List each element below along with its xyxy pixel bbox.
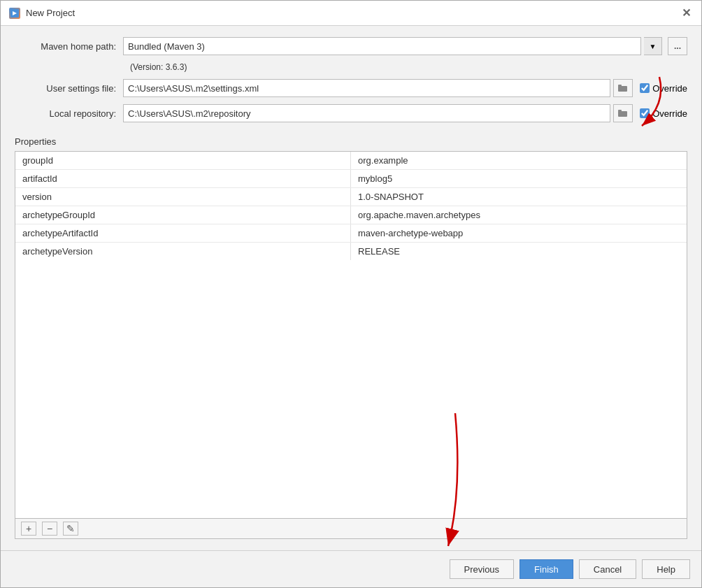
dialog-title: New Project (26, 8, 75, 18)
previous-button[interactable]: Previous (450, 559, 515, 579)
maven-home-dropdown-arrow[interactable]: ▼ (644, 37, 662, 55)
prop-key-artifactid: artifactId (15, 170, 351, 187)
maven-home-label: Maven home path: (15, 41, 123, 52)
dialog-content: Maven home path: Bundled (Maven 3) ▼ ...… (1, 26, 701, 550)
close-button[interactable]: ✕ (679, 6, 693, 20)
user-settings-label: User settings file: (15, 83, 123, 94)
app-icon (9, 8, 20, 19)
local-repo-browse-button[interactable] (613, 104, 633, 122)
svg-rect-2 (618, 86, 627, 92)
prop-val-archetypegroupid: org.apache.maven.archetypes (351, 206, 687, 224)
prop-val-archetypeversion: RELEASE (351, 243, 687, 260)
prop-key-archetypeartifactid: archetypeArtifactId (15, 224, 351, 242)
maven-home-value: Bundled (Maven 3) (128, 41, 205, 52)
prop-key-groupid: groupId (15, 152, 351, 169)
table-row: artifactId myblog5 (15, 170, 687, 188)
table-row: version 1.0-SNAPSHOT (15, 188, 687, 206)
prop-val-artifactid: myblog5 (351, 170, 687, 187)
cancel-button[interactable]: Cancel (579, 559, 636, 579)
properties-toolbar: + − ✎ (15, 519, 687, 539)
prop-key-archetypegroupid: archetypeGroupId (15, 206, 351, 224)
local-repo-input-row: Override (123, 104, 687, 122)
local-repo-override-checkbox[interactable] (640, 108, 650, 118)
svg-rect-3 (618, 85, 622, 87)
user-settings-browse-button[interactable] (613, 79, 633, 97)
svg-rect-5 (618, 110, 622, 112)
maven-home-combo[interactable]: Bundled (Maven 3) (123, 37, 641, 55)
local-repo-label: Local repository: (15, 108, 123, 119)
prop-val-groupid: org.example (351, 152, 687, 169)
maven-home-input-row: Bundled (Maven 3) ▼ ... (123, 37, 687, 55)
edit-property-button[interactable]: ✎ (63, 522, 78, 536)
local-repo-override: Override (640, 108, 687, 119)
maven-home-row: Maven home path: Bundled (Maven 3) ▼ ... (15, 37, 687, 55)
properties-table: groupId org.example artifactId myblog5 v… (15, 151, 687, 519)
svg-rect-4 (618, 111, 627, 117)
user-settings-override: Override (640, 83, 687, 94)
prop-key-version: version (15, 188, 351, 206)
maven-version-text: (Version: 3.6.3) (130, 62, 687, 72)
title-bar-left: New Project (9, 8, 75, 19)
prop-val-archetypeartifactid: maven-archetype-webapp (351, 224, 687, 242)
user-settings-override-checkbox[interactable] (640, 83, 650, 93)
table-row: groupId org.example (15, 152, 687, 170)
dialog-footer: Previous Finish Cancel Help (1, 550, 701, 587)
local-repo-override-label: Override (652, 108, 687, 119)
properties-section: Properties groupId org.example artifactI… (15, 136, 687, 539)
remove-property-button[interactable]: − (42, 522, 57, 536)
add-property-button[interactable]: + (21, 522, 36, 536)
finish-button[interactable]: Finish (520, 559, 573, 579)
prop-val-version: 1.0-SNAPSHOT (351, 188, 687, 206)
table-row: archetypeArtifactId maven-archetype-weba… (15, 224, 687, 243)
maven-home-more-button[interactable]: ... (668, 37, 687, 55)
help-button[interactable]: Help (642, 559, 690, 579)
user-settings-input[interactable] (123, 79, 610, 97)
user-settings-row: User settings file: Override (15, 79, 687, 97)
local-repo-row: Local repository: Override (15, 104, 687, 122)
user-settings-input-row: Override (123, 79, 687, 97)
table-row: archetypeGroupId org.apache.maven.archet… (15, 206, 687, 224)
properties-label: Properties (15, 136, 687, 147)
table-row: archetypeVersion RELEASE (15, 243, 687, 260)
prop-key-archetypeversion: archetypeVersion (15, 243, 351, 260)
user-settings-override-label: Override (652, 83, 687, 94)
title-bar: New Project ✕ (1, 1, 701, 26)
new-project-dialog: New Project ✕ Maven home path: Bundled (… (0, 0, 702, 588)
local-repo-input[interactable] (123, 104, 610, 122)
